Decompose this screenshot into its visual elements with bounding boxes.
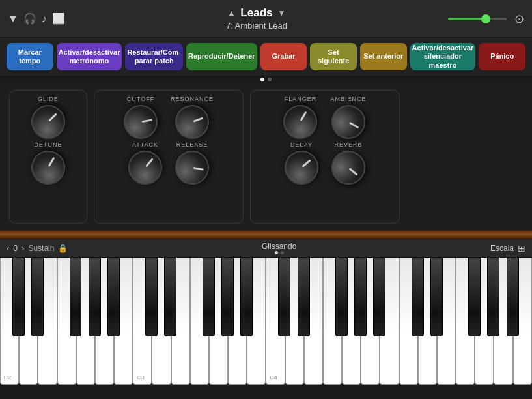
record-button[interactable]: Grabar [260, 43, 307, 70]
glide-knob[interactable] [24, 98, 72, 146]
flanger-knob[interactable] [277, 98, 324, 145]
glide-knob-item: GLIDE [18, 96, 79, 139]
keyboard-toolbar: ‹ 0 › Sustain 🔒 Glissando Escala ⊞ [0, 239, 532, 258]
resonance-label: RESONANCE [171, 96, 214, 102]
figure-icon[interactable]: ♪ [42, 13, 47, 25]
delay-knob[interactable] [277, 143, 325, 191]
detune-knob-item: DETUNE [18, 141, 79, 185]
black-key[interactable] [468, 258, 481, 336]
wood-divider [0, 230, 532, 239]
sustain-label: Sustain [28, 244, 54, 253]
glissando-dots [275, 251, 284, 254]
window-icon[interactable]: ⬜ [52, 12, 65, 25]
top-bar-center: ▲ Leads ▼ 7: Ambient Lead [226, 7, 287, 31]
top-bar-right: ⊙ [448, 12, 524, 26]
scale-grid-icon[interactable]: ⊞ [518, 243, 525, 254]
release-label: RELEASE [176, 141, 208, 148]
octave-label: C4 [270, 374, 277, 381]
resonance-knob-item: RESONANCE [171, 96, 214, 139]
dot-2[interactable] [268, 78, 272, 81]
octave-down-button[interactable]: ‹ [7, 243, 9, 253]
black-key[interactable] [298, 258, 310, 336]
volume-slider[interactable] [448, 18, 507, 20]
reverb-label: REVERB [334, 141, 362, 148]
octave-up-button[interactable]: › [21, 243, 24, 253]
page-dots [0, 76, 532, 83]
glide-label: GLIDE [38, 96, 59, 102]
dropdown-icon[interactable]: ▼ [8, 13, 18, 25]
black-key[interactable] [373, 258, 385, 336]
glissando-dot-1[interactable] [275, 251, 278, 254]
black-key[interactable] [145, 258, 158, 336]
nav-up-arrow[interactable]: ▲ [227, 8, 235, 18]
attack-knob[interactable] [121, 143, 169, 191]
black-key[interactable] [354, 258, 367, 336]
settings-icon[interactable]: ⊙ [514, 12, 524, 26]
octave-label: C2 [4, 374, 12, 381]
restore-patch-button[interactable]: Restaurar/Com-parar patch [125, 43, 183, 70]
patch-sub: 7: Ambient Lead [226, 21, 287, 31]
detune-label: DETUNE [34, 141, 62, 148]
keyboard-right-controls: Escala ⊞ [490, 243, 525, 254]
volume-track [448, 18, 507, 20]
next-set-button[interactable]: Set siguiente [310, 43, 357, 70]
black-key[interactable] [203, 258, 215, 336]
octave-value: 0 [13, 244, 18, 253]
button-row: Marcar tempo Activar/desactivar metrónom… [0, 38, 532, 76]
release-knob[interactable] [173, 148, 212, 187]
black-key[interactable] [507, 258, 519, 336]
patch-name: Leads [240, 7, 272, 20]
black-key[interactable] [278, 258, 290, 336]
black-key[interactable] [12, 258, 25, 336]
release-knob-item: RELEASE [175, 141, 209, 185]
delay-knob-item: DELAY [285, 141, 318, 185]
black-key[interactable] [221, 258, 234, 336]
ambience-knob[interactable] [325, 98, 371, 145]
filter-row: CUTOFF RESONANCE [102, 96, 235, 139]
detune-knob[interactable] [25, 144, 71, 190]
ambience-knob-item: AMBIENCE [330, 96, 366, 139]
black-key[interactable] [240, 258, 253, 336]
fx-bottom-row: DELAY REVERB [259, 141, 391, 185]
top-bar: ▼ 🎧 ♪ ⬜ ▲ Leads ▼ 7: Ambient Lead ⊙ [0, 0, 532, 38]
black-key[interactable] [335, 258, 348, 336]
panic-button[interactable]: Pánico [479, 43, 525, 70]
headphones-icon[interactable]: 🎧 [23, 12, 36, 25]
black-key[interactable] [487, 258, 499, 336]
black-key[interactable] [164, 258, 176, 336]
cutoff-knob-item: CUTOFF [124, 96, 158, 139]
attack-knob-item: ATTACK [128, 141, 162, 185]
delay-label: DELAY [290, 141, 313, 148]
tap-tempo-button[interactable]: Marcar tempo [7, 43, 53, 70]
play-stop-button[interactable]: Reproducir/Detener [186, 43, 257, 70]
black-key[interactable] [89, 258, 101, 336]
nav-row: ▲ Leads ▼ [227, 7, 285, 20]
piano-keyboard[interactable]: C2C3C4 [0, 258, 532, 385]
black-key[interactable] [412, 258, 424, 336]
ambience-label: AMBIENCE [330, 96, 366, 102]
dot-1[interactable] [260, 78, 264, 81]
fx-top-row: FLANGER AMBIENCE [259, 96, 391, 139]
prev-set-button[interactable]: Set anterior [360, 43, 407, 70]
master-mute-button[interactable]: Activar/desactivar silenciador maestro [410, 43, 476, 70]
cutoff-label: CUTOFF [127, 96, 154, 102]
reverb-knob[interactable] [324, 143, 372, 191]
black-key[interactable] [31, 258, 44, 336]
lock-icon[interactable]: 🔒 [58, 244, 68, 253]
attack-label: ATTACK [132, 141, 158, 148]
glissando-dot-2[interactable] [281, 251, 284, 254]
keyboard-center-controls: Glissando [262, 242, 296, 254]
cutoff-knob[interactable] [121, 102, 160, 141]
black-key[interactable] [70, 258, 82, 336]
black-key[interactable] [107, 258, 120, 336]
black-key[interactable] [430, 258, 443, 336]
env-row: ATTACK RELEASE [102, 141, 235, 185]
knob-group-2: CUTOFF RESONANCE ATTACK RELEASE [94, 90, 244, 224]
top-bar-left: ▼ 🎧 ♪ ⬜ [8, 12, 65, 25]
resonance-knob[interactable] [171, 100, 214, 144]
toggle-metronome-button[interactable]: Activar/desactivar metrónomo [57, 43, 122, 70]
reverb-knob-item: REVERB [331, 141, 365, 185]
keyboard-left-controls: ‹ 0 › Sustain 🔒 [7, 243, 68, 253]
nav-down-arrow[interactable]: ▼ [277, 8, 285, 18]
knob-group-1: GLIDE DETUNE [9, 90, 87, 224]
